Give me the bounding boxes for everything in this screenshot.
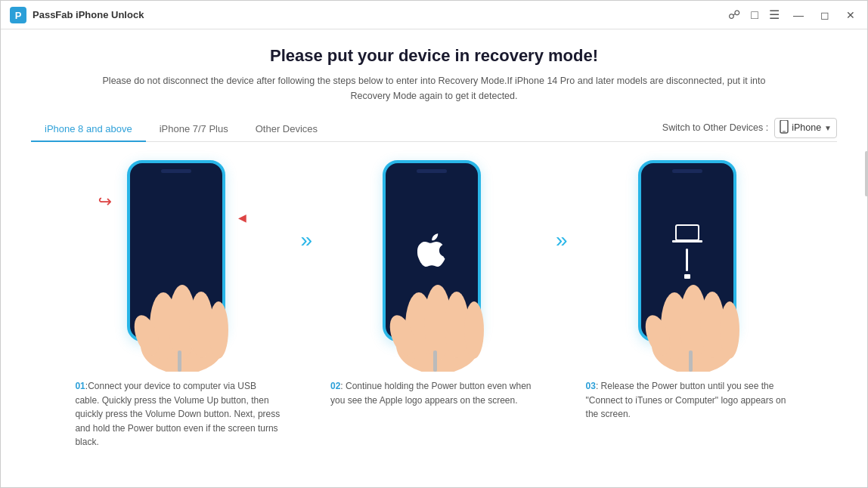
user-icon[interactable]: ☍ [728,8,740,22]
minimize-button[interactable]: — [790,8,807,23]
step-2-desc: 02: Continue holding the Power button ev… [324,379,544,407]
svg-rect-2 [780,120,788,133]
step-1-desc: 01:Connect your device to computer via U… [69,379,288,449]
svg-point-15 [464,301,484,359]
title-bar: P PassFab iPhone Unlock ☍ □ ☰ — ◻ ✕ [1,1,867,29]
svg-rect-10 [178,351,181,372]
svg-point-24 [720,301,739,359]
step-arrow-2-icon: » [551,228,572,252]
svg-rect-26 [689,351,693,372]
steps-area: ↩ ◀ 01:Conn [31,153,837,449]
step-3-image: ▶ [606,153,773,372]
step-3-block: ▶ [572,153,807,422]
step-2-image [351,153,517,372]
scrollbar[interactable] [865,151,868,196]
step-1-image: ↩ ◀ [95,153,262,372]
hand-1-icon [95,153,262,372]
device-select-label: iPhone [792,122,821,133]
page-title: Please put your device in recovery mode! [31,46,837,66]
close-button[interactable]: ✕ [843,8,858,23]
maximize-button[interactable]: ◻ [817,8,832,23]
step-arrow-1-icon: » [296,228,317,252]
step-2-block: 02: Continue holding the Power button ev… [317,153,551,407]
device-select[interactable]: iPhone ▼ [774,118,837,138]
chat-icon[interactable]: □ [751,8,758,22]
hand-3-icon [606,153,773,372]
page-subtitle: Please do not disconnect the device afte… [94,73,774,103]
svg-rect-17 [433,351,437,372]
step-1-block: ↩ ◀ 01:Conn [61,153,296,449]
menu-icon[interactable]: ☰ [769,8,780,22]
app-logo-icon: P [10,7,26,23]
iphone-icon [780,120,789,136]
switch-device-area: Switch to Other Devices : iPhone ▼ [662,118,837,141]
tabs-row: iPhone 8 and above iPhone 7/7 Plus Other… [31,117,837,142]
chevron-down-icon: ▼ [824,124,832,132]
title-bar-right: ☍ □ ☰ — ◻ ✕ [728,8,858,23]
switch-device-label: Switch to Other Devices : [662,122,768,133]
step-3-desc: 03: Release the Power button until you s… [580,379,799,422]
tab-iphone8[interactable]: iPhone 8 and above [31,117,146,142]
svg-rect-3 [783,131,786,131]
main-content: Please put your device in recovery mode!… [1,29,867,462]
svg-point-8 [209,301,228,359]
tab-group: iPhone 8 and above iPhone 7/7 Plus Other… [31,117,331,141]
app-title: PassFab iPhone Unlock [33,9,144,20]
hand-2-icon [351,153,517,372]
svg-text:P: P [15,10,22,21]
tab-other[interactable]: Other Devices [242,117,331,142]
title-bar-left: P PassFab iPhone Unlock [10,7,144,23]
tab-iphone7[interactable]: iPhone 7/7 Plus [146,117,242,142]
